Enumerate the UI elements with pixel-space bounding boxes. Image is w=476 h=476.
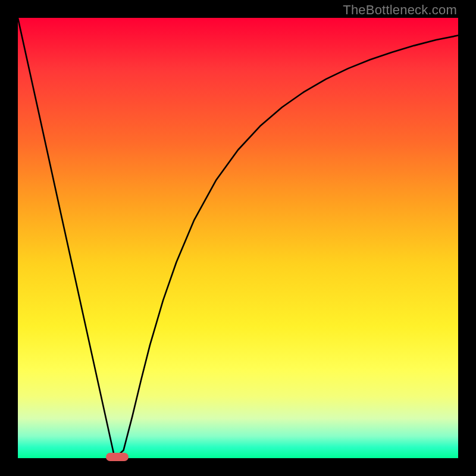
plot-area xyxy=(18,18,458,458)
minimum-marker xyxy=(106,453,129,461)
chart-frame: TheBottleneck.com xyxy=(0,0,476,476)
watermark-text: TheBottleneck.com xyxy=(343,2,457,18)
chart-curve xyxy=(18,18,458,458)
